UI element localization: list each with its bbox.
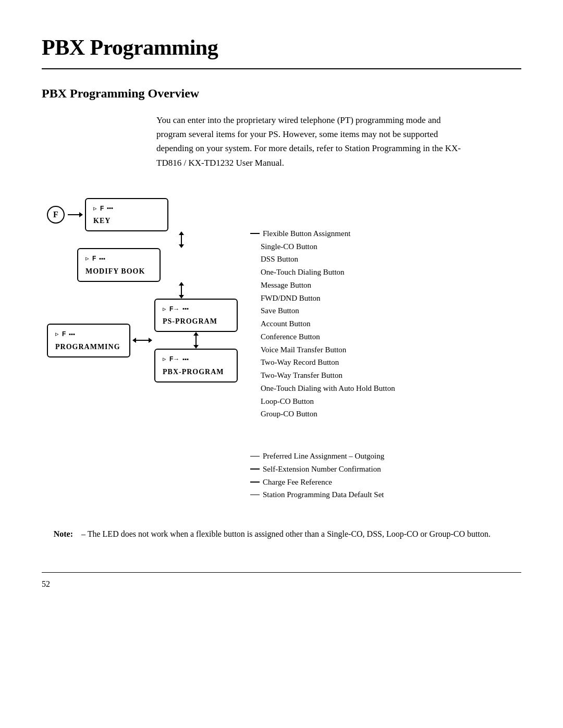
features-column: Flexible Button Assignment Single-CO But…	[240, 191, 521, 517]
f-arrow-icon-ps: F→	[169, 304, 179, 314]
feature-self-ext: Self-Extension Number Confirmation	[250, 463, 521, 476]
signal-icon-key: ▹	[93, 203, 97, 214]
feature-group-co: Group-CO Button	[250, 408, 521, 421]
ps-program-label: PS-PROGRAM	[163, 316, 229, 327]
feature-group-1: Flexible Button Assignment Single-CO But…	[250, 227, 521, 421]
signal-icon-prog: ▹	[55, 329, 59, 339]
signal-icon-mb: ▹	[85, 253, 89, 264]
feature-item-header: Flexible Button Assignment	[250, 227, 521, 240]
feature-save: Save Button	[250, 304, 521, 317]
diagram-area: F ▹ F ▪▪▪ KEY	[42, 191, 521, 517]
v-arrow-2	[179, 282, 184, 299]
modify-book-icons: ▹ F ▪▪▪	[85, 253, 152, 264]
feature-group-2: Preferred Line Assignment – Outgoing Sel…	[250, 450, 521, 501]
pbx-program-icons: ▹ F→ ▪▪▪	[163, 354, 229, 364]
battery-icon-pbx: ▪▪▪	[182, 355, 189, 364]
f-icon-key: F	[100, 204, 104, 213]
feature-one-touch: One-Touch Dialing Button	[250, 266, 521, 279]
battery-icon-ps: ▪▪▪	[182, 304, 189, 313]
key-box-icons: ▹ F ▪▪▪	[93, 203, 160, 214]
f-icon-mb: F	[92, 254, 96, 263]
feature-one-touch-auto: One-Touch Dialing with Auto Hold Button	[250, 382, 521, 395]
programming-icons: ▹ F ▪▪▪	[55, 329, 122, 339]
ps-program-box: ▹ F→ ▪▪▪ PS-PROGRAM	[154, 299, 238, 332]
battery-icon-prog: ▪▪▪	[69, 330, 75, 339]
feature-single-co: Single-CO Button	[250, 240, 521, 253]
modify-book-box: ▹ F ▪▪▪ MODIFY BOOK	[77, 248, 161, 282]
title-rule	[42, 68, 521, 69]
programming-box: ▹ F ▪▪▪ PROGRAMMING	[47, 324, 130, 357]
programming-label: PROGRAMMING	[55, 341, 122, 352]
pbx-program-label: PBX-PROGRAM	[163, 366, 229, 377]
f-icon-prog: F	[62, 329, 66, 339]
note-content: – The LED does not work when a flexible …	[81, 527, 521, 541]
bottom-rule	[42, 572, 521, 573]
note-section: Note: – The LED does not work when a fle…	[42, 527, 521, 541]
page-title: PBX Programming	[42, 31, 521, 64]
modify-book-label: MODIFY BOOK	[85, 266, 152, 277]
feature-conference: Conference Button	[250, 330, 521, 343]
signal-icon-ps: ▹	[163, 304, 166, 314]
note-label: Note:	[42, 527, 73, 541]
feature-station-data: Station Programming Data Default Set	[250, 488, 521, 501]
feature-two-way-record: Two-Way Record Button	[250, 356, 521, 369]
flow-column: F ▹ F ▪▪▪ KEY	[42, 191, 240, 382]
feature-preferred-line: Preferred Line Assignment – Outgoing	[250, 450, 521, 463]
battery-icon-key: ▪▪▪	[107, 204, 113, 213]
feature-dss: DSS Button	[250, 253, 521, 266]
feature-account: Account Button	[250, 317, 521, 330]
ps-program-icons: ▹ F→ ▪▪▪	[163, 304, 229, 314]
h-arrow	[132, 338, 152, 343]
feature-group-sep	[250, 436, 521, 450]
pbx-program-box: ▹ F→ ▪▪▪ PBX-PROGRAM	[154, 349, 238, 382]
section-title: PBX Programming Overview	[42, 84, 521, 103]
feature-charge-fee: Charge Fee Reference	[250, 476, 521, 489]
v-arrow-3	[193, 332, 199, 349]
v-arrow-1	[179, 231, 184, 248]
intro-text: You can enter into the proprietary wired…	[156, 113, 469, 170]
feature-voicemail: Voice Mail Transfer Button	[250, 343, 521, 356]
feature-message: Message Button	[250, 279, 521, 292]
f-arrow-icon-pbx: F→	[169, 354, 179, 364]
f-key-row: F ▹ F ▪▪▪ KEY	[42, 198, 240, 232]
page-number: 52	[42, 578, 521, 590]
key-box-label: KEY	[93, 215, 160, 226]
battery-icon-mb: ▪▪▪	[99, 254, 105, 263]
programming-row: ▹ F ▪▪▪ PROGRAMMING ▹ F→ ▪	[42, 299, 240, 382]
feature-flexible-btn: Flexible Button Assignment	[263, 227, 350, 240]
feature-fwd-dnd: FWD/DND Button	[250, 292, 521, 305]
f-button: F	[47, 206, 65, 224]
ps-pbx-column: ▹ F→ ▪▪▪ PS-PROGRAM ▹ F→	[154, 299, 238, 382]
feature-two-way-transfer: Two-Way Transfer Button	[250, 369, 521, 382]
key-box: ▹ F ▪▪▪ KEY	[85, 198, 168, 232]
signal-icon-pbx: ▹	[163, 354, 166, 364]
feature-loop-co: Loop-CO Button	[250, 395, 521, 408]
